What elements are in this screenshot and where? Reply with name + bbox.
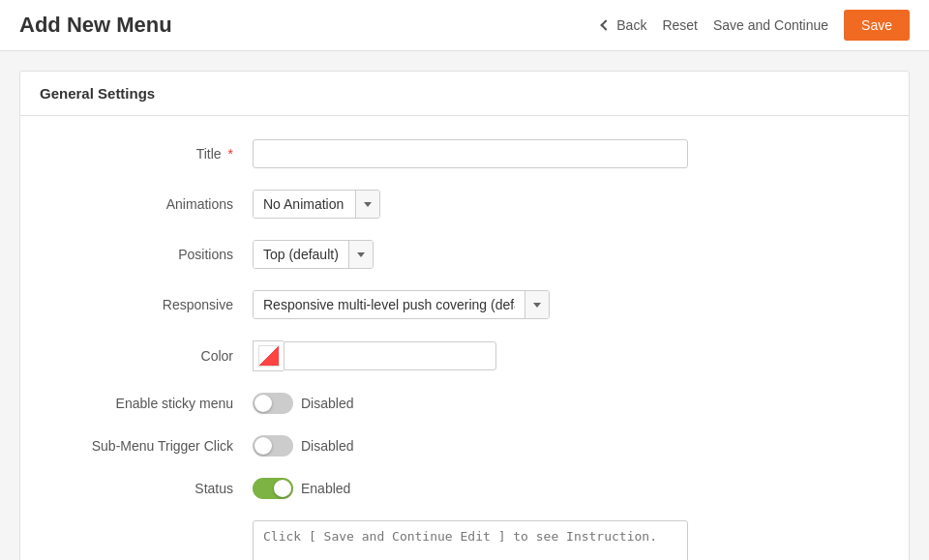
positions-split-select: Top (default) Bottom Left Right bbox=[253, 240, 374, 269]
sticky-status-label: Disabled bbox=[301, 396, 353, 411]
title-row: Title * bbox=[40, 139, 889, 168]
back-arrow-icon bbox=[601, 19, 612, 30]
section-body: Title * Animations No Animation Fade Sli… bbox=[20, 116, 909, 560]
color-input-group bbox=[253, 340, 736, 371]
responsive-label: Responsive bbox=[40, 297, 253, 312]
status-row: Status Enabled bbox=[40, 478, 889, 499]
animations-split-select: No Animation Fade Slide bbox=[253, 190, 380, 219]
animations-chevron-icon bbox=[364, 202, 372, 207]
status-control-wrap: Enabled bbox=[253, 478, 736, 499]
positions-select[interactable]: Top (default) Bottom Left Right bbox=[254, 241, 348, 268]
sticky-toggle[interactable] bbox=[253, 393, 293, 414]
positions-label: Positions bbox=[40, 247, 253, 262]
required-indicator: * bbox=[228, 146, 233, 162]
status-toggle[interactable] bbox=[253, 478, 293, 499]
save-button[interactable]: Save bbox=[844, 10, 910, 41]
responsive-chevron-icon bbox=[533, 303, 541, 308]
status-slider bbox=[253, 478, 293, 499]
sticky-control-wrap: Disabled bbox=[253, 393, 736, 414]
color-text-input[interactable] bbox=[284, 341, 496, 370]
color-control-wrap bbox=[253, 340, 736, 371]
section-header: General Settings bbox=[20, 72, 909, 116]
responsive-control-wrap: Responsive multi-level push covering (de… bbox=[253, 290, 736, 319]
color-swatch-preview bbox=[258, 345, 280, 367]
status-toggle-wrap: Enabled bbox=[253, 478, 736, 499]
animations-select[interactable]: No Animation Fade Slide bbox=[254, 191, 355, 218]
responsive-dropdown-btn[interactable] bbox=[524, 291, 549, 318]
submenu-toggle-wrap: Disabled bbox=[253, 435, 736, 457]
sticky-menu-row: Enable sticky menu Disabled bbox=[40, 393, 889, 414]
status-label: Status bbox=[40, 481, 253, 496]
save-continue-button[interactable]: Save and Continue bbox=[713, 17, 828, 33]
submenu-slider bbox=[253, 435, 293, 457]
color-label: Color bbox=[40, 348, 253, 364]
back-button[interactable]: Back bbox=[602, 17, 646, 33]
header-actions: Back Reset Save and Continue Save bbox=[602, 10, 910, 41]
general-settings-card: General Settings Title * Animations bbox=[19, 71, 910, 560]
title-input[interactable] bbox=[253, 139, 688, 168]
animations-dropdown-btn[interactable] bbox=[355, 191, 379, 218]
positions-dropdown-btn[interactable] bbox=[348, 241, 373, 268]
positions-row: Positions Top (default) Bottom Left Righ… bbox=[40, 240, 889, 269]
animations-control-wrap: No Animation Fade Slide bbox=[253, 190, 736, 219]
positions-control-wrap: Top (default) Bottom Left Right bbox=[253, 240, 736, 269]
content-area: General Settings Title * Animations bbox=[0, 51, 929, 560]
responsive-select[interactable]: Responsive multi-level push covering (de… bbox=[254, 291, 524, 318]
embed-row: How to embed? bbox=[40, 520, 889, 560]
responsive-split-select: Responsive multi-level push covering (de… bbox=[253, 290, 550, 319]
embed-control-wrap bbox=[253, 520, 736, 560]
submenu-control-wrap: Disabled bbox=[253, 435, 736, 457]
color-swatch-button[interactable] bbox=[253, 340, 284, 371]
color-row: Color bbox=[40, 340, 889, 371]
sticky-label: Enable sticky menu bbox=[40, 396, 253, 411]
status-status-label: Enabled bbox=[301, 481, 350, 496]
reset-button[interactable]: Reset bbox=[662, 17, 698, 33]
page-title: Add New Menu bbox=[19, 13, 602, 38]
animations-label: Animations bbox=[40, 196, 253, 212]
sticky-slider bbox=[253, 393, 293, 414]
embed-textarea[interactable] bbox=[253, 520, 688, 560]
title-label: Title * bbox=[40, 146, 253, 162]
submenu-label: Sub-Menu Trigger Click bbox=[40, 438, 253, 454]
submenu-row: Sub-Menu Trigger Click Disabled bbox=[40, 435, 889, 457]
positions-chevron-icon bbox=[357, 252, 365, 257]
submenu-toggle[interactable] bbox=[253, 435, 293, 457]
title-control-wrap bbox=[253, 139, 736, 168]
responsive-row: Responsive Responsive multi-level push c… bbox=[40, 290, 889, 319]
animations-row: Animations No Animation Fade Slide bbox=[40, 190, 889, 219]
sticky-toggle-wrap: Disabled bbox=[253, 393, 736, 414]
page-header: Add New Menu Back Reset Save and Continu… bbox=[0, 0, 929, 51]
submenu-status-label: Disabled bbox=[301, 438, 353, 454]
